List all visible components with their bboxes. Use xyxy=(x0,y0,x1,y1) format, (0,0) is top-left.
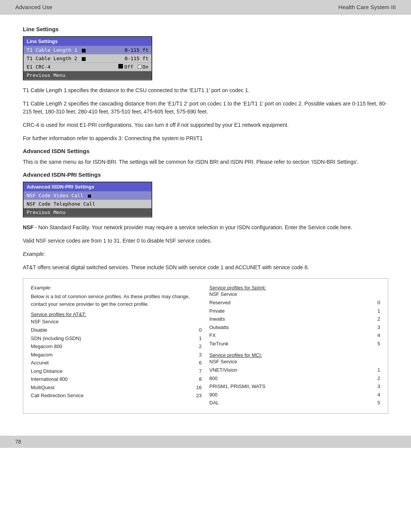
sprint-service-list: Reserved0Private1Inwatts2Outwatts3FX4Tie… xyxy=(209,299,380,348)
list-item: Long Distance7 xyxy=(31,367,202,375)
list-item: FX4 xyxy=(209,331,380,340)
line-settings-menu: Line Settings T1 Cable Length 1 0-115 ft… xyxy=(23,36,152,80)
header-right: Health Care System III xyxy=(338,4,396,10)
nsf-para-1: NSF - Non Standard Facility. Your networ… xyxy=(23,224,388,232)
isdn-pri-menu-header: Advanced ISDN-PRI Settings xyxy=(24,182,151,192)
sprint-title-label: Service profiles for Sprint: xyxy=(209,285,380,291)
isdn-pri-menu: Advanced ISDN-PRI Settings NSF Code Vide… xyxy=(23,182,152,217)
line-settings-menu-header: Line Settings xyxy=(24,37,151,46)
menu-row-previous-menu-line[interactable]: Previous Menu xyxy=(24,71,151,80)
example-box: Example: Below is a list of common servi… xyxy=(23,278,388,414)
t1-cable-2-icon xyxy=(82,57,86,61)
line-settings-para-2: T1 Cable Length 2 specifies the cascadin… xyxy=(23,100,388,116)
mci-title: Service profiles for MCI: xyxy=(209,352,262,358)
att-title: Service profiles for AT&T: xyxy=(31,312,86,317)
box-example-italic: Example: xyxy=(31,285,202,291)
list-item: Outwatts3 xyxy=(209,323,380,332)
list-item: Reserved0 xyxy=(209,299,380,307)
list-item: Megacom 8002 xyxy=(31,342,202,351)
line-settings-para-3: CRC-4 is used for most E1-PRI configurat… xyxy=(23,121,388,129)
list-item: DAL5 xyxy=(209,399,380,407)
page-footer: 78 xyxy=(0,436,411,448)
att-nsf-label: NSF Service xyxy=(31,319,202,324)
att-service-list: Disable0SDN (including GSDN)1Megacom 800… xyxy=(31,326,202,400)
nsf-para-1-rest: - Non Standard Facility. Your network pr… xyxy=(35,224,352,230)
page-header: Advanced Use Health Care System III xyxy=(0,0,411,14)
line-settings-section: Line Settings Line Settings T1 Cable Len… xyxy=(23,26,388,142)
page-content: Line Settings Line Settings T1 Cable Len… xyxy=(0,14,411,436)
advanced-isdn-section: Advanced ISDN Settings This is the same … xyxy=(23,148,388,166)
mci-service-list: VNET/Vision18002PRISM1, PRISMII, WATS390… xyxy=(209,366,380,407)
list-item: Inwatts2 xyxy=(209,315,380,323)
mci-title-label: Service profiles for MCI: xyxy=(209,352,380,358)
list-item: MultiQuest16 xyxy=(31,383,202,392)
example-box-right: Service profiles for Sprint: NSF Service… xyxy=(209,285,380,407)
line-settings-title: Line Settings xyxy=(23,26,388,32)
list-item: Private1 xyxy=(209,307,380,315)
list-item: SDN (including GSDN)1 xyxy=(31,334,202,343)
nsf-video-icon xyxy=(88,195,91,198)
list-item: 9004 xyxy=(209,391,380,399)
nsf-para-2: Valid NSF service codes are from 1 to 31… xyxy=(23,237,388,245)
menu-row-e1-crc4[interactable]: E1 CRC-4 Off On xyxy=(24,63,151,71)
advanced-isdn-pri-title: Advanced ISDN-PRI Settings xyxy=(23,171,388,178)
list-item: International 8008 xyxy=(31,375,202,383)
menu-row-t1-cable-1[interactable]: T1 Cable Length 1 0-115 ft xyxy=(24,46,151,54)
list-item: Call Redirection Service23 xyxy=(31,391,202,400)
crc4-on-checkbox xyxy=(138,65,142,69)
t1-cable-1-icon xyxy=(82,49,86,53)
advanced-isdn-title: Advanced ISDN Settings xyxy=(23,148,388,154)
example-intro-italic: Example: xyxy=(23,250,388,258)
mci-nsf-label: NSF Service xyxy=(209,359,380,364)
menu-row-nsf-video[interactable]: NSF Code Video Call xyxy=(24,192,151,200)
nsf-bold-label: NSF xyxy=(23,224,33,230)
example-intro-text: AT&T offers several digital switched ser… xyxy=(23,264,388,272)
list-item: VNET/Vision1 xyxy=(209,366,380,374)
line-settings-para-4: For further information refer to appendi… xyxy=(23,134,388,142)
box-example-para: Below is a list of common service profil… xyxy=(31,293,202,308)
crc4-off-checkbox xyxy=(118,64,123,69)
list-item: Accunet6 xyxy=(31,359,202,367)
att-section-label: Service profiles for AT&T: xyxy=(31,312,202,317)
sprint-title: Service profiles for Sprint: xyxy=(209,285,266,291)
list-item: Disable0 xyxy=(31,326,202,334)
list-item: TieTrunk5 xyxy=(209,340,380,348)
menu-row-t1-cable-2[interactable]: T1 Cable Length 2 0-115 ft xyxy=(24,54,151,63)
example-box-left: Example: Below is a list of common servi… xyxy=(31,285,202,407)
header-left: Advanced Use xyxy=(15,4,53,10)
sprint-nsf-label: NSF Service xyxy=(209,291,380,297)
list-item: 8002 xyxy=(209,374,380,383)
line-settings-para-1: T1 Cable Length 1 specifies the distance… xyxy=(23,86,388,94)
advanced-isdn-pri-section: Advanced ISDN-PRI Settings Advanced ISDN… xyxy=(23,171,388,245)
page-number: 78 xyxy=(15,439,21,445)
menu-row-previous-menu-pri[interactable]: Previous Menu xyxy=(24,208,151,217)
list-item: PRISM1, PRISMII, WATS3 xyxy=(209,382,380,391)
menu-row-nsf-telephone[interactable]: NSF Code Telephone Call xyxy=(24,200,151,208)
advanced-isdn-para: This is the same menu as for ISDN-BRI. T… xyxy=(23,158,388,166)
list-item: Megacom3 xyxy=(31,351,202,359)
